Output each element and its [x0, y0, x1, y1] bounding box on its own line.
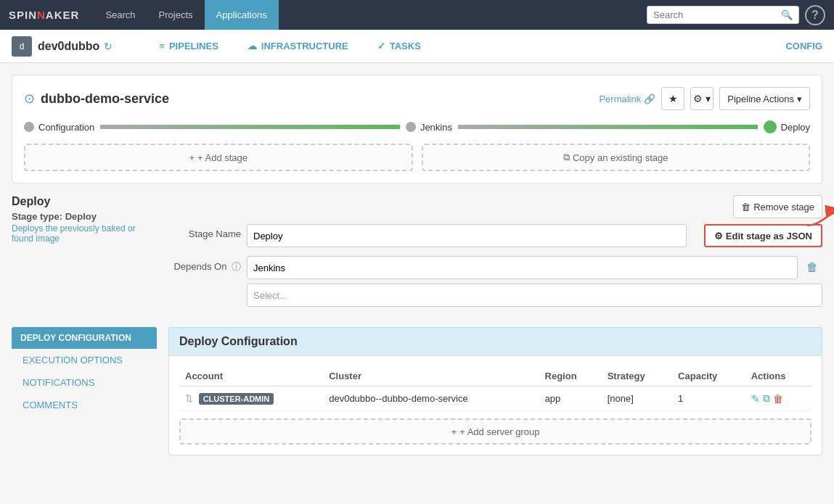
- app-bar: d dev0dubbo ↻ ≡ PIPELINES ☁ INFRASTRUCTU…: [0, 30, 834, 63]
- stage-pipeline: Configuration Jenkins Deploy: [24, 120, 810, 133]
- select-placeholder-text: Select...: [253, 290, 287, 301]
- link-icon: 🔗: [644, 94, 655, 104]
- config-panel-header: Deploy Configuration: [168, 327, 822, 355]
- depends-on-row: Depends On ⓘ 🗑 Select...: [168, 256, 822, 307]
- arrow-annotation: [800, 204, 834, 233]
- col-cluster: Cluster: [323, 366, 539, 387]
- top-search-area: 🔍 ?: [647, 5, 825, 25]
- nav-search[interactable]: Search: [94, 0, 147, 30]
- add-stage-label: + Add stage: [197, 152, 248, 163]
- stage-line: [100, 125, 400, 129]
- cell-region: app: [539, 387, 602, 411]
- stage-type: Stage type: Deploy: [12, 211, 157, 222]
- info-icon: ⓘ: [232, 261, 241, 272]
- copy-stage-button[interactable]: ⧉ Copy an existing stage: [422, 144, 811, 171]
- app-icon: d: [12, 36, 32, 57]
- cell-capacity: 1: [672, 387, 745, 411]
- cell-account: ⇅ CLUSTER-ADMIN: [179, 387, 323, 411]
- table-row: ⇅ CLUSTER-ADMIN dev0dubbo--dubbo-demo-se…: [179, 387, 811, 411]
- nav-pipelines[interactable]: ≡ PIPELINES: [144, 30, 233, 63]
- col-actions: Actions: [745, 366, 811, 387]
- config-panel-body: Account Cluster Region Strategy Capacity…: [168, 355, 822, 455]
- stage-buttons: + + Add stage ⧉ Copy an existing stage: [24, 144, 810, 171]
- trash-icon: 🗑: [741, 202, 751, 212]
- pipeline-header: ⊙ dubbo-demo-service Permalink 🔗 ★ ⚙ ▾ P…: [24, 87, 810, 110]
- pipelines-icon: ≡: [159, 41, 165, 51]
- sidebar-item-notifications[interactable]: NOTIFICATIONS: [12, 371, 157, 394]
- pipeline-actions: Permalink 🔗 ★ ⚙ ▾ Pipeline Actions ▾: [599, 87, 810, 110]
- add-stage-button[interactable]: + + Add stage: [24, 144, 413, 171]
- form-actions-row: 🗑 Remove stage: [168, 195, 822, 218]
- col-account: Account: [179, 366, 323, 387]
- gear-icon: ⚙: [714, 231, 723, 241]
- select-depends-dropdown[interactable]: Select...: [247, 284, 822, 307]
- stage-name-input[interactable]: [247, 224, 687, 247]
- nav-projects[interactable]: Projects: [147, 0, 205, 30]
- depends-on-input[interactable]: [247, 256, 798, 279]
- copy-icon: ⧉: [563, 152, 570, 163]
- reorder-icon: ⇅: [185, 393, 193, 404]
- top-navigation: SPINNAKER Search Projects Applications 🔍…: [0, 0, 834, 30]
- depends-on-trash-button[interactable]: 🗑: [802, 257, 822, 278]
- copy-row-icon[interactable]: ⧉: [763, 392, 770, 405]
- copy-stage-label: Copy an existing stage: [573, 152, 669, 163]
- settings-button[interactable]: ⚙ ▾: [690, 87, 714, 110]
- stage-name-label: Stage Name: [168, 224, 241, 239]
- stage-title: Deploy: [12, 195, 157, 208]
- sidebar-active-item[interactable]: DEPLOY CONFIGURATION: [12, 327, 157, 349]
- cell-strategy: [none]: [602, 387, 672, 411]
- nav-tasks[interactable]: ✓ TASKS: [363, 30, 436, 63]
- col-region: Region: [539, 366, 602, 387]
- sidebar-item-execution-options[interactable]: EXECUTION OPTIONS: [12, 349, 157, 371]
- table-actions: ✎ ⧉ 🗑: [751, 392, 806, 405]
- chevron-down-icon: ▾: [797, 94, 802, 104]
- add-server-group-button[interactable]: + + Add server group: [179, 418, 811, 445]
- top-search-box: 🔍: [647, 6, 799, 24]
- left-sidebar: DEPLOY CONFIGURATION EXECUTION OPTIONS N…: [12, 327, 157, 455]
- depends-on-label: Depends On ⓘ: [168, 256, 241, 273]
- edit-icon[interactable]: ✎: [751, 393, 760, 405]
- pipeline-icon: ⊙: [24, 91, 35, 107]
- stage-form: 🗑 Remove stage Stage Name: [168, 195, 822, 315]
- col-strategy: Strategy: [602, 366, 672, 387]
- jenkins-label: Jenkins: [420, 122, 452, 133]
- stage-config-area: Deploy Stage type: Deploy Deploys the pr…: [12, 195, 822, 315]
- pipeline-actions-label: Pipeline Actions: [727, 94, 794, 104]
- config-link[interactable]: CONFIG: [785, 41, 822, 51]
- star-button[interactable]: ★: [661, 87, 684, 110]
- app-nav-links: ≡ PIPELINES ☁ INFRASTRUCTURE ✓ TASKS: [144, 30, 436, 63]
- refresh-icon[interactable]: ↻: [104, 41, 113, 52]
- cloud-icon: ☁: [248, 41, 257, 51]
- deploy-dot: [764, 120, 777, 133]
- stage-line-2: [458, 125, 758, 129]
- stage-jenkins[interactable]: Jenkins: [406, 122, 452, 133]
- cell-actions: ✎ ⧉ 🗑: [745, 387, 811, 411]
- nav-applications[interactable]: Applications: [205, 0, 279, 30]
- col-capacity: Capacity: [672, 366, 745, 387]
- main-content: ⊙ dubbo-demo-service Permalink 🔗 ★ ⚙ ▾ P…: [0, 63, 834, 467]
- permalink-link[interactable]: Permalink 🔗: [599, 94, 655, 104]
- pipeline-actions-button[interactable]: Pipeline Actions ▾: [719, 87, 810, 110]
- pipeline-title: dubbo-demo-service: [41, 91, 599, 107]
- stage-info: Deploy Stage type: Deploy Deploys the pr…: [12, 195, 157, 315]
- stage-description: Deploys the previously baked or found im…: [12, 223, 157, 244]
- cell-cluster: dev0dubbo--dubbo-demo-service: [323, 387, 539, 411]
- deploy-label: Deploy: [781, 122, 810, 133]
- help-button[interactable]: ?: [805, 5, 825, 25]
- add-server-label: + Add server group: [459, 426, 539, 437]
- stage-configuration[interactable]: Configuration: [24, 122, 94, 133]
- config-panel: Deploy Configuration Account Cluster Reg…: [168, 327, 822, 455]
- jenkins-dot: [406, 122, 416, 132]
- app-name: dev0dubbo: [38, 40, 99, 53]
- sidebar-item-comments[interactable]: COMMENTS: [12, 394, 157, 416]
- top-search-input[interactable]: [653, 9, 777, 20]
- nav-infrastructure[interactable]: ☁ INFRASTRUCTURE: [233, 30, 363, 63]
- stage-deploy[interactable]: Deploy: [764, 120, 810, 133]
- config-dot: [24, 122, 34, 132]
- delete-row-icon[interactable]: 🗑: [773, 393, 783, 405]
- cluster-admin-badge: CLUSTER-ADMIN: [199, 393, 274, 405]
- content-area: DEPLOY CONFIGURATION EXECUTION OPTIONS N…: [12, 327, 822, 455]
- depends-section: 🗑 Select...: [247, 256, 822, 307]
- pipeline-card: ⊙ dubbo-demo-service Permalink 🔗 ★ ⚙ ▾ P…: [12, 75, 822, 183]
- permalink-label: Permalink: [599, 94, 641, 104]
